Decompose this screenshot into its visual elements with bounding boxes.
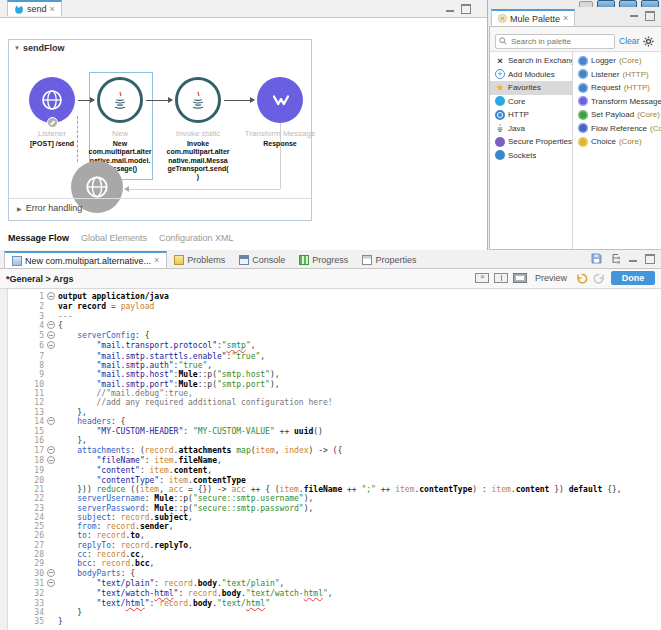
code-line[interactable]: 15 "MY-CUSTOM-HEADER": "MY-CUSTOM-VALUE"… bbox=[8, 427, 661, 436]
minimize-icon[interactable] bbox=[446, 10, 454, 12]
code-line[interactable]: 12 //add any required additional configu… bbox=[8, 398, 661, 407]
code-line[interactable]: 34 } bbox=[8, 608, 661, 617]
palette-component-transform-message[interactable]: Transform Message(Core) bbox=[573, 95, 661, 109]
error-handling-section[interactable]: ▶ Error handling bbox=[17, 203, 82, 213]
gear-icon[interactable] bbox=[643, 36, 654, 47]
code-line[interactable]: 21 })) reduce ((item, acc = {}) -> acc +… bbox=[8, 485, 661, 494]
bottom-tab-problems[interactable]: Problems bbox=[167, 251, 232, 268]
bottom-tab-progress[interactable]: Progress bbox=[292, 251, 355, 268]
view-split-icon[interactable] bbox=[494, 273, 508, 283]
fold-toggle-icon[interactable] bbox=[47, 292, 55, 300]
link-with-editor-icon[interactable] bbox=[610, 253, 621, 264]
palette-category-search-in-exchange-[interactable]: ×Search in Exchange.. bbox=[490, 54, 572, 68]
fold-toggle-icon[interactable] bbox=[47, 579, 55, 587]
code-line[interactable]: 4{ bbox=[8, 321, 661, 331]
flow-node-java-new[interactable]: New Newcom.multipart.alternative.mail.mo… bbox=[97, 77, 143, 123]
redo-icon[interactable] bbox=[593, 273, 606, 284]
code-line[interactable]: 27 replyTo: record.replyTo, bbox=[8, 541, 661, 550]
code-line[interactable]: 10 "mail.smtp.port":Mule::p("smtp.port")… bbox=[8, 380, 661, 389]
flow-node-transform-message[interactable]: Transform Message Response bbox=[257, 77, 303, 123]
flow-header[interactable]: ▼ sendFlow bbox=[14, 43, 64, 53]
expand-icon[interactable]: ▶ bbox=[17, 205, 22, 212]
done-button[interactable]: Done bbox=[611, 271, 655, 285]
palette-component-logger[interactable]: Logger(Core) bbox=[573, 54, 661, 68]
code-line[interactable]: 24 subject: record.subject, bbox=[8, 513, 661, 522]
code-line[interactable]: 26 to: record.to, bbox=[8, 531, 661, 540]
code-line[interactable]: 23 serverPassword: Mule::p("secure::smtp… bbox=[8, 504, 661, 513]
fold-toggle-icon[interactable] bbox=[47, 446, 55, 454]
code-line[interactable]: 25 from: record.sender, bbox=[8, 522, 661, 531]
code-line[interactable]: 19 "content": item.content, bbox=[8, 466, 661, 475]
code-line[interactable]: 16 }, bbox=[8, 436, 661, 445]
view-editor-only-icon[interactable] bbox=[513, 273, 527, 283]
flow-canvas[interactable]: ▼ sendFlow Listener [POST] /send bbox=[0, 18, 487, 251]
code-line[interactable]: 32 "text/watch-html": record.body."text/… bbox=[8, 589, 661, 598]
code-line[interactable]: 6 "mail.transport.protocol":"smtp", bbox=[8, 341, 661, 351]
fold-toggle-icon[interactable] bbox=[47, 456, 55, 464]
undo-icon[interactable] bbox=[575, 273, 588, 284]
palette-component-flow-reference[interactable]: Flow Reference(Core) bbox=[573, 122, 661, 136]
save-icon[interactable] bbox=[591, 253, 602, 264]
search-input[interactable] bbox=[509, 36, 603, 47]
editor-tab-send[interactable]: send × bbox=[7, 0, 62, 16]
fold-toggle-icon[interactable] bbox=[47, 417, 55, 425]
palette-component-listener[interactable]: Listener(HTTP) bbox=[573, 68, 661, 82]
code-line[interactable]: 28 cc: record.cc, bbox=[8, 550, 661, 559]
code-line[interactable]: 5 serverConfig: { bbox=[8, 331, 661, 341]
code-line[interactable]: 11 //"mail.debug":true, bbox=[8, 389, 661, 398]
code-line[interactable]: 3--- bbox=[8, 312, 661, 321]
preview-toggle[interactable]: Preview bbox=[535, 273, 567, 283]
code-line[interactable]: 13 }, bbox=[8, 408, 661, 417]
fold-toggle-icon[interactable] bbox=[47, 569, 55, 577]
palette-category-secure-properties[interactable]: Secure Properties bbox=[490, 135, 572, 149]
clear-search-button[interactable]: Clear bbox=[619, 36, 639, 46]
tab-global-elements[interactable]: Global Elements bbox=[81, 233, 147, 243]
code-line[interactable]: 22 serverUsername: Mule::p("secure::smtp… bbox=[8, 494, 661, 503]
bottom-tab-properties[interactable]: Properties bbox=[355, 251, 423, 268]
code-line[interactable]: 20 "contentType": item.contentType bbox=[8, 476, 661, 485]
code-line[interactable]: 14 headers: { bbox=[8, 417, 661, 427]
close-icon[interactable]: × bbox=[50, 5, 55, 14]
palette-category-favorites[interactable]: ★Favorites bbox=[490, 81, 572, 95]
code-line[interactable]: 30 bodyParts: { bbox=[8, 569, 661, 579]
palette-tab[interactable]: Mule Palette × bbox=[491, 9, 575, 26]
tab-message-flow[interactable]: Message Flow bbox=[8, 233, 69, 243]
palette-category-java[interactable]: Java bbox=[490, 122, 572, 136]
code-line[interactable]: 18 "fileName": item.fileName, bbox=[8, 456, 661, 466]
close-icon[interactable]: × bbox=[154, 256, 159, 265]
palette-category-core[interactable]: Core bbox=[490, 95, 572, 109]
code-line[interactable]: 33 "text/html": record.body."text/html" bbox=[8, 599, 661, 608]
code-line[interactable]: 2var record = payload bbox=[8, 302, 661, 311]
close-icon[interactable]: × bbox=[563, 14, 568, 23]
maximize-icon[interactable] bbox=[461, 4, 471, 14]
fold-toggle-icon[interactable] bbox=[47, 331, 55, 339]
fold-toggle-icon[interactable] bbox=[47, 341, 55, 349]
palette-category-http[interactable]: HTTP bbox=[490, 108, 572, 122]
palette-component-choice[interactable]: Choice(Core) bbox=[573, 135, 661, 149]
dw-code-editor[interactable]: 1output application/java2var record = pa… bbox=[0, 289, 661, 630]
breadcrumb[interactable]: *General > Args bbox=[0, 274, 73, 284]
code-line[interactable]: 1output application/java bbox=[8, 292, 661, 302]
palette-component-set-payload[interactable]: Set Payload(Core) bbox=[573, 108, 661, 122]
code-line[interactable]: 9 "mail.smtp.host":Mule::p("smtp.host"), bbox=[8, 370, 661, 379]
palette-component-request[interactable]: Request(HTTP) bbox=[573, 81, 661, 95]
bottom-tab-console[interactable]: Console bbox=[232, 251, 292, 268]
code-line[interactable]: 29 bcc: record.bcc, bbox=[8, 559, 661, 568]
minimize-icon[interactable] bbox=[629, 260, 637, 262]
maximize-icon[interactable] bbox=[645, 11, 655, 21]
code-line[interactable]: 7 "mail.smtp.starttls.enable":"true", bbox=[8, 352, 661, 361]
code-line[interactable]: 17 attachments: (record.attachments map(… bbox=[8, 446, 661, 456]
fold-toggle-icon[interactable] bbox=[47, 321, 55, 329]
view-source-with-tree-icon[interactable] bbox=[475, 273, 489, 283]
minimize-icon[interactable] bbox=[630, 15, 638, 17]
palette-category-add-modules[interactable]: +Add Modules bbox=[490, 68, 572, 82]
palette-search-box[interactable] bbox=[495, 34, 615, 49]
palette-category-sockets[interactable]: Sockets bbox=[490, 149, 572, 163]
code-line[interactable]: 8 "mail.smtp.auth":"true", bbox=[8, 361, 661, 370]
code-line[interactable]: 35} bbox=[8, 617, 661, 626]
flow-node-java-invoke[interactable]: Invoke static Invokecom.multipart.altern… bbox=[175, 77, 221, 123]
flow-node-listener[interactable]: Listener [POST] /send bbox=[29, 77, 75, 123]
code-line[interactable]: 31 "text/plain": record.body."text/plain… bbox=[8, 579, 661, 589]
maximize-icon[interactable] bbox=[645, 254, 655, 264]
code-lines[interactable]: 1output application/java2var record = pa… bbox=[8, 292, 661, 630]
